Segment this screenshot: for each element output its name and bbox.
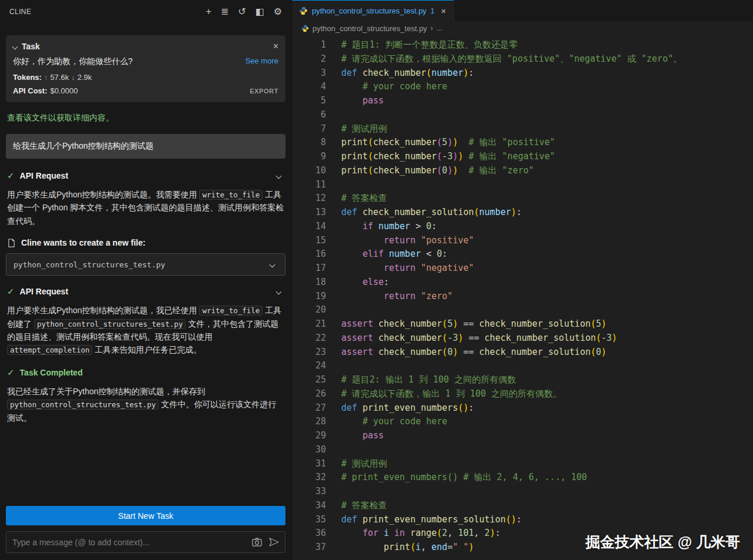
code-line[interactable]: 32# print_even_numbers() # 输出 2, 4, 6, .…: [292, 471, 753, 485]
api-request-1-header[interactable]: ✓ API Request: [7, 170, 284, 181]
assistant-response-text: 查看该文件以获取详细内容。: [7, 113, 284, 123]
see-more-link[interactable]: See more: [240, 56, 278, 67]
new-file-icon: [7, 239, 16, 247]
code-text: else:: [326, 276, 389, 290]
code-line[interactable]: 15 return "positive": [292, 234, 753, 248]
line-number: 30: [292, 443, 326, 457]
code-line[interactable]: 22assert check_number(-3) == check_numbe…: [292, 331, 753, 346]
code-line[interactable]: 28 # your code here: [292, 415, 753, 429]
code-text: [326, 108, 341, 122]
message-input-placeholder: Type a message (@ to add context)...: [12, 538, 245, 547]
code-line[interactable]: 33: [292, 485, 753, 499]
new-file-dropdown[interactable]: python_control_structures_test.py: [6, 253, 285, 276]
code-line[interactable]: 2# 请完成以下函数，根据输入的整数返回 "positive"、"negativ…: [292, 52, 753, 66]
line-number: 9: [292, 150, 326, 164]
new-task-icon[interactable]: +: [206, 7, 211, 16]
code-line[interactable]: 19 return "zero": [292, 290, 753, 304]
api-request-2-label: API Request: [20, 287, 68, 296]
line-number: 35: [292, 513, 326, 527]
inline-code: python_control_structures_test.py: [34, 319, 186, 329]
code-line[interactable]: 20: [292, 303, 753, 317]
code-text: assert check_number(5) == check_number_s…: [326, 317, 607, 331]
code-text: def check_number_solution(number):: [326, 206, 522, 220]
start-new-task-button[interactable]: Start New Task: [6, 506, 285, 525]
code-line[interactable]: 18 else:: [292, 276, 753, 290]
api-request-1-label: API Request: [20, 171, 68, 180]
editor-tab[interactable]: python_control_structures_test.py 1 ×: [292, 0, 454, 21]
tokens-up-value: 57.6k: [50, 73, 69, 82]
line-number: 13: [292, 206, 326, 220]
code-line[interactable]: 16 elif number < 0:: [292, 247, 753, 261]
chevron-down-icon[interactable]: [276, 173, 282, 179]
code-line[interactable]: 10print(check_number(0)) # 输出 "zero": [292, 164, 753, 178]
open-in-editor-icon[interactable]: ◧: [256, 7, 264, 16]
line-number: 17: [292, 261, 326, 276]
code-text: [326, 303, 341, 317]
code-line[interactable]: 27def print_even_numbers():: [292, 401, 753, 415]
code-text: # 题目1: 判断一个整数是正数、负数还是零: [326, 38, 517, 52]
conversation-scroll[interactable]: Task × 你好，作为助教，你能做些什么? See more Tokens: …: [0, 24, 291, 501]
code-text: elif number < 0:: [326, 247, 448, 261]
breadcrumb[interactable]: python_control_structures_test.py › ...: [292, 21, 753, 35]
code-line[interactable]: 11: [292, 178, 753, 192]
close-icon[interactable]: ×: [273, 41, 278, 52]
send-icon[interactable]: [269, 538, 279, 546]
task-prompt-text: 你好，作为助教，你能做些什么?: [13, 56, 133, 67]
history-icon[interactable]: ↺: [238, 7, 246, 16]
task-header[interactable]: Task ×: [13, 41, 278, 52]
api-request-2-header[interactable]: ✓ API Request: [7, 286, 284, 297]
line-number: 21: [292, 317, 326, 331]
line-number: 23: [292, 346, 326, 360]
screenshot-camera-icon[interactable]: [252, 538, 262, 546]
code-line[interactable]: 37 print(i, end=" "): [292, 541, 753, 555]
code-line[interactable]: 14 if number > 0:: [292, 220, 753, 234]
code-line[interactable]: 30: [292, 443, 753, 457]
code-line[interactable]: 8print(check_number(5)) # 输出 "positive": [292, 136, 753, 150]
line-number: 22: [292, 331, 326, 346]
tab-filename: python_control_structures_test.py: [312, 6, 426, 15]
chevron-down-icon[interactable]: [276, 289, 282, 294]
line-number: 3: [292, 66, 326, 81]
line-number: 32: [292, 471, 326, 485]
line-number: 28: [292, 415, 326, 429]
code-text: return "positive": [326, 234, 474, 248]
code-line[interactable]: 13def check_number_solution(number):: [292, 206, 753, 220]
code-line[interactable]: 36 for i in range(2, 101, 2):: [292, 527, 753, 541]
code-line[interactable]: 7# 测试用例: [292, 122, 753, 136]
code-line[interactable]: 12# 答案检查: [292, 192, 753, 206]
code-text: assert check_number(0) == check_number_s…: [326, 346, 607, 360]
code-text: assert check_number(-3) == check_number_…: [326, 331, 617, 346]
code-line[interactable]: 9print(check_number(-3)) # 输出 "negative": [292, 150, 753, 164]
line-number: 36: [292, 527, 326, 541]
code-line[interactable]: 26# 请完成以下函数，输出 1 到 100 之间的所有偶数。: [292, 387, 753, 401]
code-line[interactable]: 3def check_number(number):: [292, 66, 753, 81]
inline-code: write_to_file: [199, 306, 263, 316]
code-line[interactable]: 29 pass: [292, 429, 753, 443]
code-line[interactable]: 17 return "negative": [292, 261, 753, 276]
code-line[interactable]: 21assert check_number(5) == check_number…: [292, 317, 753, 331]
code-line[interactable]: 31# 测试用例: [292, 457, 753, 471]
api-cost-value: $0.0000: [51, 86, 78, 95]
code-line[interactable]: 25# 题目2: 输出 1 到 100 之间的所有偶数: [292, 373, 753, 387]
tokens-label: Tokens:: [13, 73, 42, 82]
code-line[interactable]: 34# 答案检查: [292, 499, 753, 513]
code-line[interactable]: 24: [292, 359, 753, 373]
code-line[interactable]: 4 # your code here: [292, 80, 753, 94]
line-number: 5: [292, 94, 326, 108]
code-line[interactable]: 23assert check_number(0) == check_number…: [292, 346, 753, 360]
export-button[interactable]: EXPORT: [250, 88, 278, 95]
code-line[interactable]: 1# 题目1: 判断一个整数是正数、负数还是零: [292, 38, 753, 52]
code-text: print(check_number(-3)) # 输出 "negative": [326, 150, 555, 164]
code-text: if number > 0:: [326, 220, 437, 234]
message-input[interactable]: Type a message (@ to add context)...: [6, 531, 285, 553]
code-line[interactable]: 5 pass: [292, 94, 753, 108]
code-line[interactable]: 6: [292, 108, 753, 122]
code-editor[interactable]: 1# 题目1: 判断一个整数是正数、负数还是零2# 请完成以下函数，根据输入的整…: [292, 35, 753, 560]
mcp-servers-icon[interactable]: ≣: [221, 7, 228, 16]
api-cost-label: API Cost:: [13, 86, 48, 95]
settings-gear-icon[interactable]: ⚙: [274, 7, 282, 16]
code-line[interactable]: 35def print_even_numbers_solution():: [292, 513, 753, 527]
code-text: def check_number(number):: [326, 66, 474, 81]
tab-close-icon[interactable]: ×: [441, 6, 446, 16]
code-text: print(check_number(5)) # 输出 "positive": [326, 136, 555, 150]
